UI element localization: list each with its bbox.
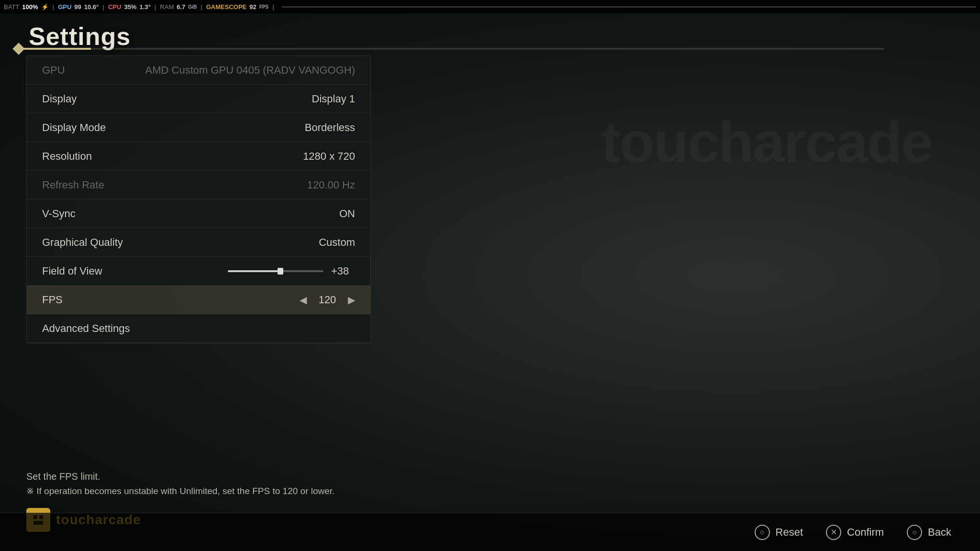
confirm-button[interactable]: ✕ Confirm — [826, 525, 884, 540]
fps-unit: FPS — [259, 4, 268, 10]
help-line1: Set the FPS limit. — [26, 469, 884, 484]
fov-slider-fill — [228, 270, 280, 272]
help-text-container: Set the FPS limit. ※ If operation become… — [26, 469, 884, 498]
fov-slider-track[interactable] — [228, 270, 323, 272]
fps-control: ◀ 120 ▶ — [300, 294, 355, 306]
vsync-row-label: V-Sync — [42, 208, 76, 220]
ram-value: 6.7 — [177, 3, 185, 11]
settings-row-graphical-quality[interactable]: Graphical Quality Custom — [27, 228, 370, 257]
gpu-row-label: GPU — [42, 64, 65, 77]
reset-button[interactable]: ○ Reset — [755, 525, 803, 540]
resolution-row-label: Resolution — [42, 150, 92, 163]
fov-row-value: +38 — [331, 265, 355, 277]
confirm-label: Confirm — [847, 526, 884, 539]
fps-row-label: FPS — [42, 294, 63, 306]
cpu-value: 35% — [124, 3, 136, 11]
page-title: Settings — [29, 22, 131, 51]
perf-bar — [282, 6, 976, 8]
nav-tabs — [14, 48, 884, 50]
sep2: | — [102, 3, 104, 11]
display-mode-row-value: Borderless — [305, 121, 355, 134]
back-icon-symbol: ○ — [912, 528, 917, 537]
gpu-temp: 10.6° — [84, 3, 99, 11]
back-button[interactable]: ○ Back — [907, 525, 951, 540]
gpu-label: GPU — [58, 3, 71, 11]
confirm-icon-symbol: ✕ — [831, 528, 837, 537]
refresh-rate-row-label: Refresh Rate — [42, 179, 104, 191]
graphical-quality-row-value: Custom — [319, 236, 355, 249]
confirm-icon: ✕ — [826, 525, 841, 540]
reset-icon-symbol: ○ — [760, 528, 765, 537]
fov-row-label: Field of View — [42, 265, 102, 277]
sep5: | — [272, 3, 274, 11]
active-tab — [14, 48, 91, 50]
help-section: Set the FPS limit. ※ If operation become… — [26, 469, 884, 498]
gpu-row-value: AMD Custom GPU 0405 (RADV VANGOGH) — [145, 64, 355, 77]
ram-unit: GiB — [188, 4, 197, 10]
settings-row-fov[interactable]: Field of View +38 — [27, 257, 370, 286]
batt-value: 100% — [22, 3, 38, 11]
resolution-row-value: 1280 x 720 — [303, 150, 355, 163]
batt-label: BATT — [4, 3, 19, 11]
settings-row-display-mode[interactable]: Display Mode Borderless — [27, 113, 370, 142]
fps-increase-button[interactable]: ▶ — [348, 294, 355, 306]
nav-diamond-icon — [12, 43, 24, 55]
back-icon: ○ — [907, 525, 922, 540]
graphical-quality-row-label: Graphical Quality — [42, 236, 123, 249]
ram-label: RAM — [160, 3, 174, 11]
batt-icon: ⚡ — [41, 3, 49, 11]
settings-row-refresh-rate[interactable]: Refresh Rate 120.00 Hz — [27, 171, 370, 199]
settings-row-advanced[interactable]: Advanced Settings — [27, 314, 370, 343]
help-line2: ※ If operation becomes unstable with Unl… — [26, 484, 884, 498]
refresh-rate-row-value: 120.00 Hz — [307, 179, 355, 191]
gpu-value: 99 — [74, 3, 81, 11]
fps-row-value: 120 — [315, 294, 339, 306]
action-bar: ○ Reset ✕ Confirm ○ Back — [0, 513, 980, 551]
bg-watermark: toucharcade — [601, 109, 932, 175]
reset-icon: ○ — [755, 525, 770, 540]
settings-row-vsync[interactable]: V-Sync ON — [27, 199, 370, 228]
status-bar: BATT 100% ⚡ | GPU 99 10.6° | CPU 35% 1.3… — [0, 0, 980, 13]
settings-row-gpu[interactable]: GPU AMD Custom GPU 0405 (RADV VANGOGH) — [27, 56, 370, 85]
cpu-label: CPU — [108, 3, 121, 11]
cpu-power: 1.3° — [139, 3, 150, 11]
fov-slider-container: +38 — [228, 265, 355, 277]
settings-panel: GPU AMD Custom GPU 0405 (RADV VANGOGH) D… — [26, 55, 371, 343]
fps-value: 92 — [249, 3, 256, 11]
main-content: toucharcade Settings GPU AMD Custom GPU … — [0, 13, 980, 551]
display-row-value: Display 1 — [312, 93, 355, 105]
sep4: | — [200, 3, 202, 11]
sep1: | — [53, 3, 55, 11]
fov-slider-thumb[interactable] — [278, 268, 283, 275]
settings-row-fps[interactable]: FPS ◀ 120 ▶ — [27, 286, 370, 314]
fps-decrease-button[interactable]: ◀ — [300, 294, 307, 306]
display-mode-row-label: Display Mode — [42, 121, 106, 134]
back-label: Back — [928, 526, 951, 539]
advanced-settings-row-label: Advanced Settings — [42, 322, 130, 335]
reset-label: Reset — [776, 526, 803, 539]
display-row-label: Display — [42, 93, 77, 105]
vsync-row-value: ON — [339, 208, 355, 220]
settings-row-display[interactable]: Display Display 1 — [27, 85, 370, 113]
sep3: | — [155, 3, 156, 11]
settings-row-resolution[interactable]: Resolution 1280 x 720 — [27, 142, 370, 171]
gamescope-label: GAMESCOPE — [206, 3, 247, 11]
